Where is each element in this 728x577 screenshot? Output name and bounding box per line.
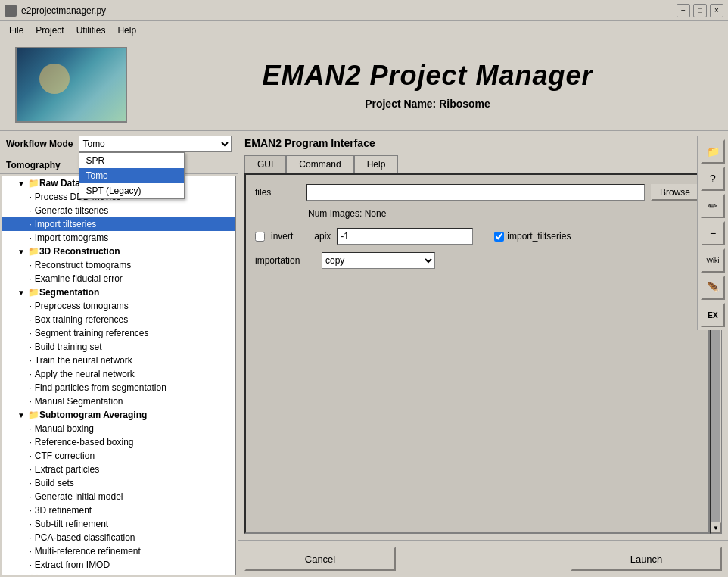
tree-item-train-neural[interactable]: · Train the neural network [2, 354, 235, 367]
tree-label: Box training references [35, 314, 128, 325]
apix-input[interactable] [337, 228, 473, 245]
menu-help[interactable]: Help [111, 23, 142, 37]
leaf-icon: · [30, 534, 32, 542]
folder-tool-button[interactable]: 📁 [701, 139, 725, 164]
title-bar-left: e2projectmanager.py [5, 5, 106, 17]
workflow-dropdown[interactable]: SPR Tomo SPT (Legacy) [79, 136, 232, 152]
menu-file[interactable]: File [3, 23, 30, 37]
tree-label: Manual boxing [35, 423, 94, 434]
tree-label: 3D Reconstruction [39, 246, 120, 257]
tree-item-pca[interactable]: · PCA-based classification [2, 531, 235, 544]
wiki-tool-button[interactable]: Wiki [701, 248, 725, 273]
content-area: Workflow Mode SPR Tomo SPT (Legacy) SPR … [0, 131, 728, 577]
leaf-icon: · [30, 261, 32, 270]
tree-item-3d-refinement[interactable]: · 3D refinement [2, 504, 235, 517]
folder-icon: 📁 [28, 287, 39, 298]
leaf-icon: · [30, 193, 32, 201]
tree-item-manual-seg[interactable]: · Manual Segmentation [2, 395, 235, 408]
folder-icon: 📁 [28, 573, 39, 575]
tab-help[interactable]: Help [354, 155, 399, 173]
side-tools: 📁 ? ✏ − Wiki 🪶 EX [697, 136, 728, 330]
close-button[interactable]: × [710, 4, 723, 17]
files-row: files Browse [255, 184, 699, 201]
tabs-container: GUI Command Help [244, 155, 710, 173]
tree-section-subtomogram[interactable]: ▼ 📁 Subtomogram Averaging [2, 408, 235, 422]
leaf-icon: · [30, 343, 32, 351]
import-checkbox-container: import_tiltseries [494, 231, 571, 242]
files-input[interactable] [306, 184, 645, 201]
import-tiltseries-checkbox[interactable] [494, 232, 504, 242]
tree-item-build-training[interactable]: · Build training set [2, 340, 235, 354]
tree-item-import-tomograms[interactable]: · Import tomograms [2, 231, 235, 245]
minimize-button[interactable]: − [677, 4, 690, 17]
invert-row: invert apix import_tiltseries [255, 228, 699, 245]
tree-item-build-sets[interactable]: · Build sets [2, 476, 235, 490]
dropdown-option-spt[interactable]: SPT (Legacy) [79, 183, 184, 198]
tree-section-reconstruction[interactable]: ▼ 📁 3D Reconstruction [2, 245, 235, 258]
tree-label: Generate initial model [35, 491, 123, 502]
dropdown-option-tomo[interactable]: Tomo [79, 168, 184, 183]
leaf-icon: · [30, 220, 32, 229]
tree-item-ctf-correction[interactable]: · CTF correction [2, 449, 235, 463]
tree-item-find-particles[interactable]: · Find particles from segmentation [2, 381, 235, 395]
import-tiltseries-label: import_tiltseries [507, 231, 571, 242]
help-tool-button[interactable]: ? [701, 167, 725, 191]
tree-item-initial-model[interactable]: · Generate initial model [2, 490, 235, 504]
minus-tool-button[interactable]: − [701, 221, 725, 245]
tree-item-box-training[interactable]: · Box training references [2, 313, 235, 326]
importation-select[interactable]: copy move link [322, 252, 435, 269]
tree-item-extract-particles[interactable]: · Extract particles [2, 463, 235, 476]
tree-item-import-tiltseries[interactable]: · Import tiltseries [2, 217, 235, 231]
title-bar: e2projectmanager.py − □ × [0, 0, 728, 21]
leaf-icon: · [30, 507, 32, 515]
leaf-icon: · [30, 547, 32, 556]
tree-item-preprocess[interactable]: · Preprocess tomograms [2, 299, 235, 313]
tab-gui[interactable]: GUI [244, 155, 286, 173]
tree-label: Subtomogram Averaging [39, 410, 147, 420]
menu-project[interactable]: Project [30, 23, 70, 37]
tab-command[interactable]: Command [286, 155, 353, 173]
tree-label: Apply the neural network [35, 369, 135, 379]
tree-item-manual-boxing[interactable]: · Manual boxing [2, 422, 235, 435]
tree-label: Multi-reference refinement [35, 546, 141, 557]
leaf-icon: · [30, 520, 32, 529]
menu-utilities[interactable]: Utilities [70, 23, 112, 37]
dropdown-option-spr[interactable]: SPR [79, 153, 184, 168]
tree-item-fiducial[interactable]: · Examine fiducial error [2, 272, 235, 285]
tree-item-multi-ref[interactable]: · Multi-reference refinement [2, 544, 235, 558]
tree-label: Generate tiltseries [35, 205, 108, 216]
browse-button[interactable]: Browse [651, 184, 699, 201]
main-window: EMAN2 Project Manager Project Name: Ribo… [0, 39, 728, 577]
tree-item-apply-neural[interactable]: · Apply the neural network [2, 367, 235, 381]
expand-icon: ▼ [17, 575, 25, 576]
tree-section-analysis[interactable]: ▼ 📁 Analysis and Visualization [2, 572, 235, 575]
scroll-down-button[interactable]: ▼ [711, 522, 721, 533]
ex-tool-button[interactable]: EX [701, 303, 725, 327]
apix-label: apix [314, 231, 331, 242]
edit-tool-button[interactable]: ✏ [701, 194, 725, 218]
tree-label: Sub-tilt refinement [35, 519, 108, 529]
leaf-icon: · [30, 493, 32, 501]
invert-checkbox[interactable] [255, 232, 265, 242]
feather-tool-button[interactable]: 🪶 [701, 276, 725, 300]
restore-button[interactable]: □ [693, 4, 707, 17]
tree-container[interactable]: ▼ 📁 Raw Data · Process DDD movies · Gene… [2, 176, 236, 575]
tree-section-segmentation[interactable]: ▼ 📁 Segmentation [2, 285, 235, 299]
tree-label: Examine fiducial error [35, 273, 123, 284]
tree-item-ref-boxing[interactable]: · Reference-based boxing [2, 435, 235, 449]
tree-label: Analysis and Visualization [39, 573, 154, 575]
cancel-button[interactable]: Cancel [244, 547, 396, 571]
tree-item-generate-tiltseries[interactable]: · Generate tiltseries [2, 204, 235, 217]
workflow-dropdown-popup: SPR Tomo SPT (Legacy) [79, 152, 185, 199]
tree-item-extract-imod[interactable]: · Extract from IMOD [2, 558, 235, 572]
tab-panel-wrapper: GUI Command Help files Browse [244, 155, 710, 534]
tree-label: Manual Segmentation [35, 396, 123, 407]
workflow-header: Workflow Mode SPR Tomo SPT (Legacy) SPR … [0, 131, 238, 157]
tree-label: Import tiltseries [35, 219, 96, 229]
tree-item-subtilt[interactable]: · Sub-tilt refinement [2, 517, 235, 531]
leaf-icon: · [30, 234, 32, 242]
tree-label: Train the neural network [35, 355, 132, 366]
launch-button[interactable]: Launch [571, 547, 722, 571]
tree-item-segment-training[interactable]: · Segment training references [2, 326, 235, 340]
tree-item-reconstruct[interactable]: · Reconstruct tomograms [2, 258, 235, 272]
